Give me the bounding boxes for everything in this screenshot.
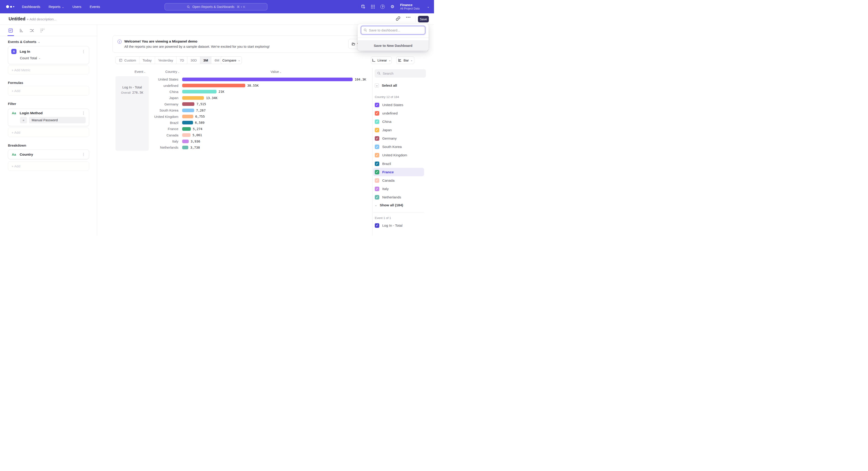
country-item-undefined[interactable]: ✓undefined (373, 109, 424, 117)
checkbox-checked[interactable]: ✓ (375, 178, 379, 183)
project-switcher[interactable]: Finance All Project Data (400, 3, 420, 10)
country-item-netherlands[interactable]: ✓Netherlands (373, 193, 424, 202)
range-button-7d[interactable]: 7D (176, 57, 187, 64)
add-filter-button[interactable]: + Add (8, 127, 89, 137)
select-all-checkbox-indeterminate[interactable]: – (375, 84, 379, 88)
checkbox-checked[interactable]: ✓ (375, 111, 379, 116)
nav-right-cluster: ? ⚙ Finance All Project Data ⌄ (361, 0, 431, 13)
range-button-30d[interactable]: 30D (187, 57, 200, 64)
add-description-field[interactable]: + Add description... (27, 17, 57, 21)
filter-operator-chip[interactable]: = (20, 117, 27, 123)
show-all-toggle[interactable]: ⌄ Show all (184) (375, 203, 403, 207)
bar-segment[interactable] (182, 115, 193, 118)
nav-item-dashboards[interactable]: Dashboards (22, 5, 40, 8)
country-item-brazil[interactable]: ✓Brazil (373, 159, 424, 168)
range-button-today[interactable]: Today (139, 57, 155, 64)
checkbox-checked[interactable]: ✓ (375, 136, 379, 141)
events-cohorts-header[interactable]: Events & Cohorts⌄ (8, 39, 89, 44)
help-icon[interactable]: ? (380, 4, 385, 9)
bar-segment[interactable] (182, 96, 204, 100)
range-button-custom[interactable]: Custom (116, 57, 139, 64)
metric-card-log-in[interactable]: A Log In ⋮ Count Total⌄ (8, 46, 89, 64)
save-button[interactable]: Save (418, 16, 429, 22)
kebab-menu-icon[interactable]: ⋮ (81, 152, 86, 156)
chart-type-dropdown[interactable]: Bar⌄ (396, 56, 414, 64)
country-item-china[interactable]: ✓China (373, 117, 424, 126)
country-item-canada[interactable]: ✓Canada (373, 176, 424, 185)
apps-grid-icon[interactable] (370, 4, 375, 9)
tab-flows[interactable] (29, 28, 34, 33)
global-search-button[interactable]: Open Reports & Dashboards ⌘ + K (164, 3, 268, 10)
bar-segment[interactable] (182, 127, 191, 131)
bar-segment[interactable] (182, 140, 189, 143)
nav-item-users[interactable]: Users (72, 5, 81, 8)
checkbox-checked[interactable]: ✓ (375, 195, 379, 200)
range-button-yesterday[interactable]: Yesterday (155, 57, 176, 64)
nav-item-events[interactable]: Events (90, 5, 100, 8)
event-series-cell[interactable]: Log In - Total Overall 276.5K (116, 76, 149, 151)
checkbox-label: Japan (382, 128, 392, 132)
metric-event-name[interactable]: Log In (20, 50, 78, 54)
country-item-united-states[interactable]: ✓United States (373, 101, 424, 109)
checkbox-checked[interactable]: ✓ (375, 161, 379, 166)
add-formula-button[interactable]: + Add (8, 86, 89, 96)
column-header-country[interactable]: Country⌄ (159, 70, 186, 73)
checkbox-checked[interactable]: ✓ (375, 103, 379, 107)
range-button-3m[interactable]: 3M (200, 57, 211, 64)
scale-dropdown[interactable]: Linear⌄ (371, 56, 392, 64)
report-type-tabs (0, 25, 97, 36)
select-all-row[interactable]: – Select all (375, 84, 397, 88)
filter-property-name[interactable]: Login Method (20, 111, 78, 115)
tab-funnels[interactable] (19, 28, 24, 33)
column-header-value[interactable]: Value⌄ (262, 70, 289, 73)
bar-segment[interactable] (182, 146, 188, 149)
bar-segment[interactable] (182, 109, 194, 112)
bar-segment[interactable] (182, 84, 245, 87)
country-item-germany[interactable]: ✓Germany (373, 135, 424, 143)
more-options-button[interactable]: ••• (406, 16, 411, 19)
bar-segment[interactable] (182, 121, 193, 124)
checkbox-checked[interactable]: ✓ (375, 119, 379, 124)
bar-segment[interactable] (182, 90, 217, 93)
breakdown-card-country[interactable]: Aa Country ⋮ (8, 150, 89, 159)
report-title[interactable]: Untitled (8, 16, 25, 22)
bar-segment[interactable] (182, 78, 352, 81)
country-item-united-kingdom[interactable]: ✓United Kingdom (373, 151, 424, 159)
tab-retention[interactable] (40, 28, 45, 33)
bar-segment[interactable] (182, 133, 191, 137)
checkbox-checked[interactable]: ✓ (375, 153, 379, 157)
kebab-menu-icon[interactable]: ⋮ (81, 49, 86, 54)
checkbox-checked[interactable]: ✓ (375, 187, 379, 191)
filter-value-selector[interactable]: Manual Password (29, 117, 86, 123)
add-metric-button[interactable]: + Add Metric (8, 65, 89, 75)
bar-category-label: United Kingdom (149, 115, 182, 119)
save-to-new-dashboard-button[interactable]: Save to New Dashboard (358, 40, 429, 51)
checkbox-checked[interactable]: ✓ (375, 145, 379, 149)
data-management-icon[interactable] (361, 4, 366, 9)
breakdown-property-name[interactable]: Country (20, 152, 78, 156)
copy-link-icon[interactable] (396, 16, 401, 22)
chevron-down-icon[interactable]: ⌄ (427, 5, 430, 8)
add-breakdown-button[interactable]: + Add (8, 161, 89, 171)
checkbox-checked[interactable]: ✓ (375, 170, 379, 174)
event-item-log-in---total[interactable]: ✓Log In - Total (373, 221, 424, 230)
tab-insights[interactable] (8, 28, 13, 33)
checkbox-checked[interactable]: ✓ (375, 128, 379, 133)
mixpanel-logo-icon[interactable] (6, 5, 14, 8)
compare-dropdown[interactable]: Compare⌄ (221, 56, 242, 64)
column-header-event[interactable]: Event⌄ (127, 70, 154, 73)
kebab-menu-icon[interactable]: ⋮ (81, 111, 86, 115)
legend-search-input[interactable] (375, 69, 426, 78)
mixpanel-insights-page: DashboardsReports⌄UsersEvents Open Repor… (0, 0, 434, 235)
country-item-france[interactable]: ✓France (373, 168, 424, 176)
settings-gear-icon[interactable]: ⚙ (390, 4, 395, 9)
filter-card-login-method[interactable]: Aa Login Method ⋮ = Manual Password (8, 109, 89, 126)
nav-item-reports[interactable]: Reports⌄ (49, 5, 64, 8)
bar-segment[interactable] (182, 102, 194, 106)
country-item-japan[interactable]: ✓Japan (373, 126, 424, 134)
country-item-italy[interactable]: ✓Italy (373, 185, 424, 193)
country-item-south-korea[interactable]: ✓South Korea (373, 143, 424, 151)
metric-aggregation-dropdown[interactable]: Count Total⌄ (11, 56, 86, 60)
checkbox-checked[interactable]: ✓ (375, 223, 379, 228)
save-to-dashboard-input[interactable] (361, 26, 425, 34)
